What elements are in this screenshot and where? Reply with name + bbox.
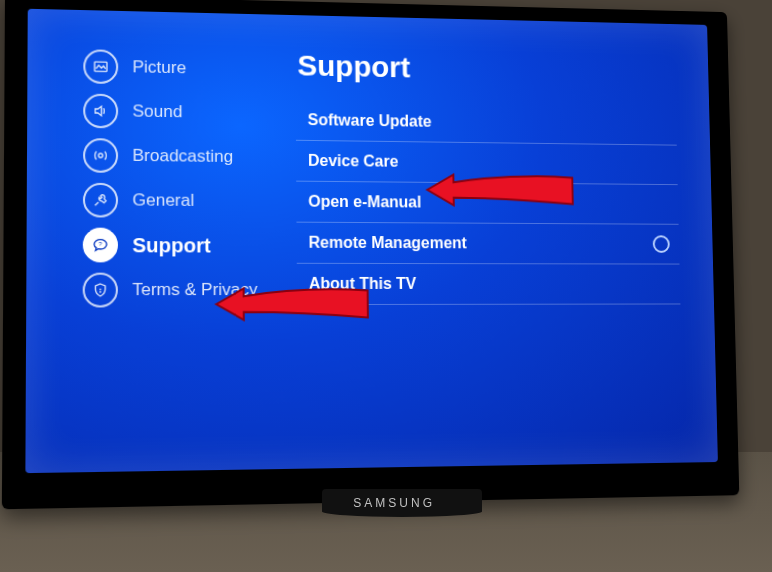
option-software-update[interactable]: Software Update bbox=[296, 100, 677, 146]
content-panel: Support Software Update Device Care Open… bbox=[269, 48, 683, 434]
sidebar-item-terms-privacy[interactable]: Terms & Privacy bbox=[76, 267, 271, 312]
option-label: Open e-Manual bbox=[308, 193, 421, 212]
sidebar-item-label: General bbox=[132, 190, 194, 211]
svg-marker-1 bbox=[95, 106, 101, 116]
option-label: Software Update bbox=[308, 111, 432, 131]
support-icon: ? bbox=[83, 228, 118, 263]
svg-text:?: ? bbox=[99, 241, 103, 247]
sidebar-item-sound[interactable]: Sound bbox=[77, 88, 270, 135]
tv-brand-logo: SAMSUNG bbox=[353, 496, 435, 510]
sidebar-item-broadcasting[interactable]: Broadcasting bbox=[77, 133, 270, 179]
sidebar-item-label: Broadcasting bbox=[132, 146, 233, 167]
option-label: About This TV bbox=[309, 275, 416, 293]
sidebar-item-label: Support bbox=[132, 233, 210, 257]
option-about-this-tv[interactable]: About This TV bbox=[297, 264, 681, 305]
sidebar-item-label: Terms & Privacy bbox=[132, 280, 257, 300]
sidebar-item-label: Picture bbox=[132, 57, 186, 78]
page-title: Support bbox=[297, 49, 675, 89]
sound-icon bbox=[83, 94, 118, 129]
sidebar-item-general[interactable]: General bbox=[77, 178, 271, 224]
tv-frame: Picture Sound Broadcasting bbox=[2, 0, 739, 509]
tv-screen: Picture Sound Broadcasting bbox=[25, 9, 718, 473]
svg-point-4 bbox=[100, 289, 102, 291]
picture-icon bbox=[83, 49, 118, 84]
privacy-icon bbox=[83, 273, 118, 308]
option-label: Remote Management bbox=[309, 234, 467, 253]
option-device-care[interactable]: Device Care bbox=[296, 141, 678, 185]
settings-sidebar: Picture Sound Broadcasting bbox=[76, 44, 272, 437]
sidebar-item-label: Sound bbox=[132, 101, 182, 122]
svg-point-2 bbox=[99, 153, 103, 157]
sidebar-item-picture[interactable]: Picture bbox=[77, 44, 270, 92]
sidebar-item-support[interactable]: ? Support bbox=[77, 222, 271, 267]
general-icon bbox=[83, 183, 118, 218]
broadcasting-icon bbox=[83, 138, 118, 173]
option-label: Device Care bbox=[308, 152, 398, 171]
option-remote-management[interactable]: Remote Management bbox=[296, 223, 679, 265]
option-open-e-manual[interactable]: Open e-Manual bbox=[296, 182, 678, 225]
